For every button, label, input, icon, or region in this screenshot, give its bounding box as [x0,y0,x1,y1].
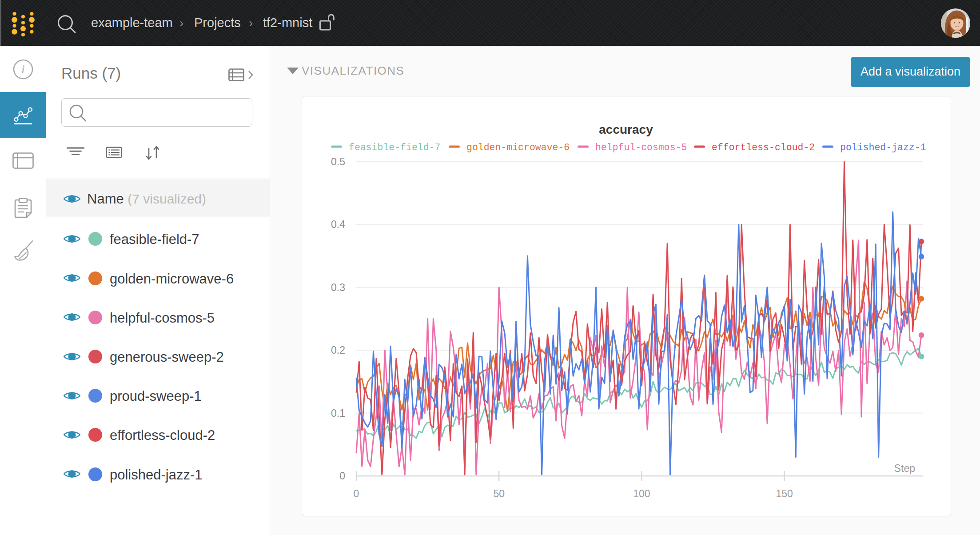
svg-text:golden-microwave-6: golden-microwave-6 [466,142,570,153]
svg-text:0.3: 0.3 [331,282,345,293]
svg-text:0: 0 [339,470,345,482]
svg-text:accuracy: accuracy [599,123,653,136]
svg-text:i: i [21,62,25,76]
svg-text:150: 150 [776,488,793,499]
svg-text:50: 50 [493,488,505,499]
svg-text:polished-jazz-1: polished-jazz-1 [840,142,926,153]
svg-text:helpful-cosmos-5: helpful-cosmos-5 [595,142,687,153]
svg-text:feasible-field-7: feasible-field-7 [349,142,440,153]
svg-text:effortless-cloud-2: effortless-cloud-2 [712,142,815,153]
svg-text:0: 0 [354,488,359,499]
svg-text:Step: Step [894,463,915,474]
svg-text:0.2: 0.2 [331,344,345,356]
svg-text:0.1: 0.1 [331,407,345,419]
svg-text:0.5: 0.5 [331,156,345,168]
svg-text:0.4: 0.4 [331,219,345,230]
svg-text:100: 100 [633,488,650,499]
